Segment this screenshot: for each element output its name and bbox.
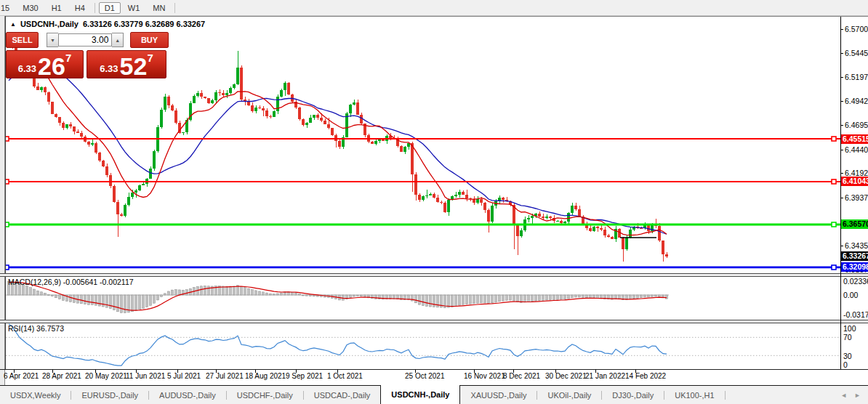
macd-histogram-bar (473, 295, 475, 304)
candle-down (596, 227, 598, 228)
macd-axis-label: 0.023365 (843, 277, 868, 286)
macd-histogram-bar (502, 295, 505, 301)
tab-uk100-h1[interactable]: UK100-,H1 (664, 386, 724, 404)
price-axis-tick (840, 125, 843, 126)
tab-usdchf-daily[interactable]: USDCHF-,Daily (227, 386, 303, 404)
rsi-panel[interactable] (6, 324, 840, 365)
candle-up (273, 111, 275, 117)
candle-up (447, 200, 449, 212)
candle-up (280, 90, 282, 97)
macd-histogram-bar (281, 293, 283, 295)
collapse-triangle-icon[interactable]: ▲ (10, 21, 16, 28)
tab-scroll-left-icon[interactable]: ◄ (840, 392, 847, 399)
macd-histogram-bar (470, 295, 472, 304)
macd-histogram-bar (553, 295, 555, 299)
macd-histogram-bar (364, 295, 366, 297)
macd-histogram-bar (124, 295, 126, 313)
macd-histogram-bar (481, 295, 483, 303)
buy-price-button[interactable]: 6.33 52 7 (87, 50, 166, 78)
candle-down (516, 225, 518, 237)
macd-histogram-bar (557, 295, 559, 299)
tab-scroll-right-icon[interactable]: ► (854, 392, 861, 399)
price-badge-current-price: 6.33267 (841, 251, 868, 261)
candle-up (625, 238, 627, 249)
tab-usdcnh-daily[interactable]: USDCNH-,Daily (380, 385, 460, 404)
macd-histogram-bar (426, 295, 428, 307)
candle-down (600, 228, 602, 230)
buy-price-pips: 52 (120, 55, 148, 77)
candle-down (222, 93, 224, 95)
candle-up (142, 184, 144, 185)
sell-price-button[interactable]: 6.33 26 7 (6, 50, 84, 78)
macd-histogram-bar (310, 295, 312, 296)
support-line-blue-handle[interactable] (832, 265, 836, 270)
tab-dj30-daily[interactable]: DJ30-,Daily (602, 386, 664, 404)
candle-down (58, 117, 60, 123)
volume-input[interactable]: 3.00 (58, 33, 113, 47)
buy-price-base: 6.33 (100, 63, 118, 74)
one-click-trading-widget: SELL ▼ 3.00 ▲ BUY 6.33 26 7 6.33 52 7 (6, 32, 169, 78)
candle-up (458, 192, 460, 195)
macd-histogram-bar (70, 295, 72, 302)
candle-down (589, 228, 591, 232)
macd-histogram-bar (459, 295, 461, 305)
candle-down (338, 141, 340, 147)
price-badge-support-line-price: 6.32098 (841, 262, 868, 272)
sell-button[interactable]: SELL (6, 32, 39, 48)
macd-histogram-bar (361, 295, 363, 296)
macd-histogram-bar (419, 295, 421, 304)
buy-button[interactable]: BUY (130, 32, 169, 48)
tab-audusd-daily[interactable]: AUDUSD-,Daily (149, 386, 226, 404)
date-axis-label: 14 Feb 2022 (625, 372, 666, 380)
date-axis-label: 16 Nov 2021 (464, 372, 505, 380)
volume-increase-button[interactable]: ▲ (112, 33, 124, 47)
candle-down (207, 98, 209, 103)
candle-down (269, 116, 271, 117)
macd-histogram-bar (357, 295, 359, 296)
candle-down (473, 199, 475, 203)
macd-panel-divider[interactable] (0, 273, 868, 277)
macd-histogram-bar (666, 295, 668, 299)
candle-up (236, 68, 238, 84)
tab-usdx-weekly[interactable]: USDX,Weekly (0, 386, 71, 404)
candle-down (171, 105, 173, 110)
macd-histogram-bar (63, 295, 65, 300)
macd-histogram-bar (542, 295, 544, 300)
candle-down (502, 198, 504, 200)
candle-down (324, 121, 326, 124)
candle-down (549, 217, 551, 218)
rsi-panel-divider[interactable] (0, 320, 868, 323)
chart-tab-bar: USDX,WeeklyEURUSD-,DailyAUDUSD-,DailyUSD… (0, 385, 868, 404)
tab-xauusd-daily[interactable]: XAUUSD-,Daily (460, 386, 537, 404)
candle-up (407, 143, 409, 147)
price-axis-label: 6.51975 (845, 73, 868, 81)
resistance-line-1-handle[interactable] (832, 137, 836, 141)
candle-up (571, 206, 573, 213)
macd-histogram-bar (48, 294, 50, 295)
price-axis-label: 6.57000 (845, 25, 868, 33)
macd-histogram-bar (430, 295, 432, 307)
macd-histogram-bar (273, 294, 276, 295)
candle-up (545, 217, 547, 218)
candle-down (480, 199, 482, 203)
tab-eurusd-daily[interactable]: EURUSD-,Daily (71, 386, 148, 404)
support-line-green-handle[interactable] (832, 222, 836, 227)
macd-histogram-bar (175, 290, 177, 295)
macd-histogram-bar (142, 295, 145, 308)
tab-usdcad-daily[interactable]: USDCAD-,Daily (304, 386, 381, 404)
price-axis-tick (840, 77, 843, 78)
macd-histogram-bar (204, 286, 206, 295)
tab-ukoil-daily[interactable]: UKOil-,Daily (537, 386, 601, 404)
candle-down (382, 140, 384, 141)
mt4-terminal: { "toolbar": { "timeframes": ["15","M30"… (0, 0, 868, 404)
macd-histogram-bar (186, 290, 188, 295)
resistance-line-2-handle[interactable] (832, 179, 836, 184)
macd-histogram-bar (59, 295, 61, 299)
candle-down (334, 135, 337, 140)
candle-down (47, 92, 49, 102)
volume-decrease-button[interactable]: ▼ (47, 33, 58, 47)
candle-up (160, 110, 162, 127)
candle-down (102, 161, 104, 166)
macd-histogram-bar (640, 295, 643, 298)
macd-histogram-bar (513, 295, 515, 301)
